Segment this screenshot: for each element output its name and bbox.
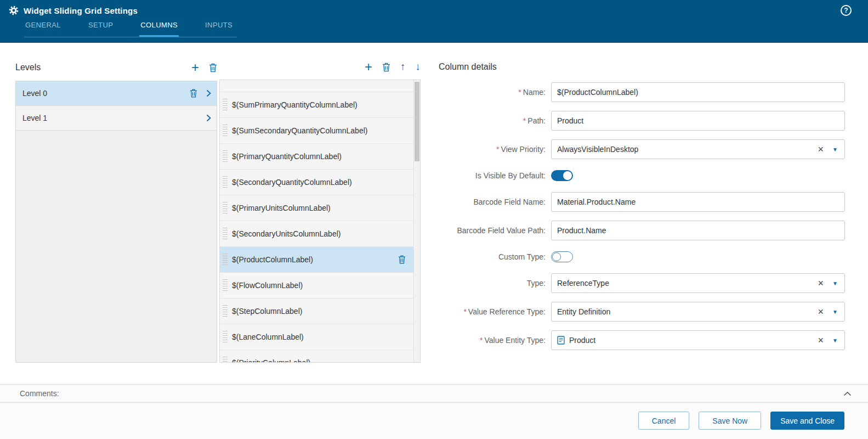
drag-handle-icon[interactable] <box>223 150 228 162</box>
caret-down-icon[interactable]: ▼ <box>832 280 838 286</box>
save-now-button[interactable]: Save Now <box>699 412 761 430</box>
column-row[interactable]: $(StepColumnLabel) <box>220 299 413 324</box>
value-entity-type-label: *Value Entity Type: <box>439 336 551 345</box>
header: Widget Sliding Grid Settings ? GENERAL S… <box>0 0 868 43</box>
value-reference-type-select[interactable]: Entity Definition × ▼ <box>551 302 845 322</box>
column-row[interactable]: $(PriorityColumnLabel) <box>220 350 413 363</box>
tab-setup[interactable]: SETUP <box>87 21 114 37</box>
level-row[interactable]: Level 1 <box>16 106 217 131</box>
path-input[interactable] <box>551 111 845 131</box>
barcode-field-value-path-input[interactable] <box>551 221 845 240</box>
column-row[interactable]: $(SecondaryQuantityColumnLabel) <box>220 170 413 195</box>
is-visible-label: Is Visible By Default: <box>439 171 551 180</box>
delete-column-row-button[interactable] <box>398 255 406 264</box>
required-asterisk: * <box>480 336 483 345</box>
type-select[interactable]: ReferenceType × ▼ <box>551 273 845 293</box>
view-priority-select[interactable]: AlwaysVisibleInDesktop × ▼ <box>551 139 845 159</box>
column-row[interactable]: $(SumPrimaryQuantityColumnLabel) <box>220 92 413 118</box>
required-asterisk: * <box>463 307 466 316</box>
required-asterisk: * <box>523 116 526 125</box>
move-column-down-button[interactable]: ↓ <box>416 61 421 73</box>
column-row-selected[interactable]: $(ProductColumnLabel) <box>220 247 413 273</box>
required-asterisk: * <box>496 145 499 154</box>
caret-down-icon[interactable]: ▼ <box>832 309 838 315</box>
tab-columns[interactable]: COLUMNS <box>139 21 179 37</box>
barcode-field-name-label: Barcode Field Name: <box>439 198 551 206</box>
tab-general[interactable]: GENERAL <box>24 21 62 37</box>
value-reference-type-value: Entity Definition <box>557 307 818 316</box>
barcode-field-name-input[interactable] <box>551 192 845 212</box>
custom-type-label: Custom Type: <box>439 252 551 261</box>
page-title: Widget Sliding Grid Settings <box>24 6 138 15</box>
column-label: $(StepColumnLabel) <box>232 307 413 316</box>
help-icon[interactable]: ? <box>841 5 852 16</box>
drag-handle-icon[interactable] <box>223 357 228 363</box>
trash-icon <box>398 255 406 264</box>
column-label: $(PrimaryQuantityColumnLabel) <box>232 152 413 161</box>
move-column-up-button[interactable]: ↑ <box>400 61 406 73</box>
column-row[interactable]: $(PrimaryQuantityColumnLabel) <box>220 144 413 170</box>
value-entity-type-select[interactable]: Product × ▼ <box>551 330 845 350</box>
drag-handle-icon[interactable] <box>223 305 228 317</box>
chevron-right-icon[interactable] <box>206 89 211 97</box>
delete-level-button[interactable] <box>209 63 217 72</box>
column-row-partial[interactable] <box>220 80 413 92</box>
column-label: $(SecondaryQuantityColumnLabel) <box>232 178 413 187</box>
value-reference-type-row: *Value Reference Type: Entity Definition… <box>439 302 845 322</box>
drag-handle-icon[interactable] <box>223 228 228 240</box>
value-entity-type-value: Product <box>557 336 818 345</box>
chevron-up-icon[interactable] <box>843 391 852 396</box>
is-visible-row: Is Visible By Default: <box>439 168 845 183</box>
drag-handle-icon[interactable] <box>223 176 228 188</box>
save-and-close-button[interactable]: Save and Close <box>770 412 844 430</box>
scrollbar-thumb[interactable] <box>415 82 419 161</box>
drag-handle-icon[interactable] <box>223 254 228 266</box>
drag-handle-icon[interactable] <box>223 279 228 291</box>
path-row: *Path: <box>439 111 845 131</box>
drag-handle-icon[interactable] <box>223 331 228 343</box>
cancel-button[interactable]: Cancel <box>638 412 690 430</box>
column-label: $(PriorityColumnLabel) <box>232 358 413 363</box>
clear-icon[interactable]: × <box>818 335 824 345</box>
column-row[interactable]: $(LaneColumnLabel) <box>220 324 413 350</box>
name-label: *Name: <box>439 88 551 97</box>
column-row[interactable]: $(SecondaryUnitsColumnLabel) <box>220 221 413 247</box>
caret-down-icon[interactable]: ▼ <box>832 337 838 344</box>
trash-icon <box>190 89 197 98</box>
column-row[interactable]: $(FlowColumnLabel) <box>220 273 413 299</box>
chevron-right-icon[interactable] <box>206 114 211 122</box>
caret-down-icon[interactable]: ▼ <box>832 147 838 153</box>
name-row: *Name: <box>439 82 845 102</box>
add-level-button[interactable]: + <box>191 62 199 73</box>
drag-handle-icon[interactable] <box>223 99 228 111</box>
level-label: Level 1 <box>22 114 206 122</box>
type-label: Type: <box>439 279 551 288</box>
main-content: Levels + Level 0 Level 1 <box>0 43 868 384</box>
column-details-form: *Name: *Path: *View Priority: AlwaysVisi… <box>439 82 845 359</box>
add-column-button[interactable]: + <box>365 61 372 72</box>
column-row[interactable]: $(SumSecondaryQuantityColumnLabel) <box>220 118 413 144</box>
tab-inputs[interactable]: INPUTS <box>204 21 234 37</box>
clear-icon[interactable]: × <box>818 307 824 317</box>
column-label: $(FlowColumnLabel) <box>232 281 413 290</box>
barcode-field-value-path-row: Barcode Field Value Path: <box>439 221 845 240</box>
level-label: Level 0 <box>22 89 190 98</box>
clear-icon[interactable]: × <box>818 278 824 288</box>
delete-level-row-button[interactable] <box>190 89 197 98</box>
levels-title: Levels <box>15 63 41 72</box>
clear-icon[interactable]: × <box>818 144 824 154</box>
level-row[interactable]: Level 0 <box>16 81 217 106</box>
is-visible-toggle[interactable] <box>551 170 573 181</box>
delete-column-button[interactable] <box>382 63 390 72</box>
scrollbar[interactable] <box>413 80 420 362</box>
comments-bar: Comments: <box>0 384 868 403</box>
column-row[interactable]: $(PrimaryUnitsColumnLabel) <box>220 195 413 221</box>
drag-handle-icon[interactable] <box>223 202 228 214</box>
drag-handle-icon[interactable] <box>223 125 228 137</box>
name-input[interactable] <box>551 82 845 102</box>
entity-icon <box>557 336 565 345</box>
value-reference-type-label: *Value Reference Type: <box>439 307 551 316</box>
custom-type-toggle[interactable] <box>551 251 573 262</box>
column-label: $(LaneColumnLabel) <box>232 333 413 341</box>
levels-header: Levels + <box>15 59 217 76</box>
